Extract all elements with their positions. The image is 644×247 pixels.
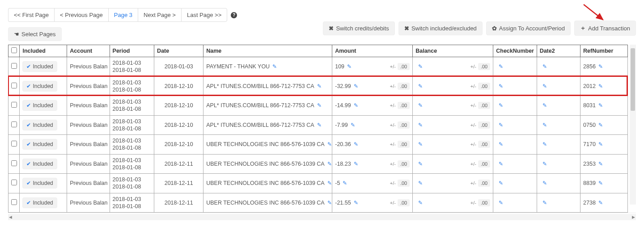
included-button[interactable]: ✔Included <box>22 61 57 72</box>
decimal-button[interactable]: .00 <box>398 121 410 129</box>
row-checkbox[interactable] <box>11 199 17 205</box>
period-cell[interactable]: 2018-01-032018-01-08 <box>110 154 154 174</box>
account-cell[interactable]: Previous Balan <box>67 57 110 77</box>
edit-icon[interactable]: ✎ <box>317 122 322 128</box>
row-checkbox[interactable] <box>11 180 17 185</box>
decimal-button[interactable]: .00 <box>478 83 490 90</box>
balance-header[interactable]: Balance <box>413 45 493 57</box>
scroll-right-icon[interactable]: ▶ <box>632 215 635 219</box>
balance-cell[interactable]: ✎+/-.00 <box>413 154 493 174</box>
account-cell[interactable]: Previous Balan <box>67 115 110 135</box>
edit-icon[interactable]: ✎ <box>499 83 503 89</box>
name-cell[interactable]: UBER TECHNOLOGIES INC 866-576-1039 CA✎ <box>203 174 332 193</box>
plus-minus-toggle[interactable]: +/- <box>390 142 396 147</box>
plus-minus-toggle[interactable]: +/- <box>390 64 396 69</box>
amount-header[interactable]: Amount <box>332 45 413 57</box>
date2-cell[interactable]: ✎ <box>537 76 580 96</box>
plus-minus-toggle[interactable]: +/- <box>470 161 476 167</box>
row-checkbox[interactable] <box>11 102 17 108</box>
date-cell[interactable]: 2018-12-10 <box>154 96 203 116</box>
date2-header[interactable]: Date2 <box>537 45 580 57</box>
decimal-button[interactable]: .00 <box>478 199 490 206</box>
plus-minus-toggle[interactable]: +/- <box>390 200 396 205</box>
switch-included-button[interactable]: ✖ Switch included/excluded <box>398 21 483 35</box>
edit-icon[interactable]: ✎ <box>499 102 503 109</box>
edit-icon[interactable]: ✎ <box>418 180 423 186</box>
refnumber-cell[interactable]: 2738✎ <box>580 193 628 213</box>
name-cell[interactable]: APL* ITUNES.COM/BILL 866-712-7753 CA✎ <box>203 96 332 116</box>
amount-cell[interactable]: -20.36✎+/-.00 <box>332 135 413 155</box>
period-header[interactable]: Period <box>110 45 154 57</box>
checknumber-cell[interactable]: ✎ <box>493 174 537 193</box>
edit-icon[interactable]: ✎ <box>351 122 355 128</box>
decimal-button[interactable]: .00 <box>478 63 490 70</box>
refnumber-cell[interactable]: 2012✎ <box>580 76 628 96</box>
row-select-cell[interactable] <box>8 193 20 213</box>
edit-icon[interactable]: ✎ <box>598 83 603 89</box>
date-cell[interactable]: 2018-12-10 <box>154 115 203 135</box>
account-cell[interactable]: Previous Balan <box>67 193 110 213</box>
row-checkbox[interactable] <box>11 63 17 69</box>
checknumber-header[interactable]: CheckNumber <box>493 45 537 57</box>
included-button[interactable]: ✔Included <box>22 178 57 188</box>
row-select-cell[interactable] <box>8 76 20 96</box>
edit-icon[interactable]: ✎ <box>327 161 332 167</box>
edit-icon[interactable]: ✎ <box>327 141 332 147</box>
edit-icon[interactable]: ✎ <box>418 141 423 147</box>
row-checkbox[interactable] <box>11 121 17 127</box>
included-button[interactable]: ✔Included <box>22 100 57 111</box>
name-cell[interactable]: UBER TECHNOLOGIES INC 866-576-1039 CA✎ <box>203 193 332 213</box>
refnumber-cell[interactable]: 7170✎ <box>580 135 628 155</box>
edit-icon[interactable]: ✎ <box>499 180 503 186</box>
edit-icon[interactable]: ✎ <box>542 141 547 147</box>
date2-cell[interactable]: ✎ <box>537 154 580 174</box>
amount-cell[interactable]: 109✎+/-.00 <box>332 57 413 77</box>
edit-icon[interactable]: ✎ <box>418 102 423 109</box>
balance-cell[interactable]: ✎+/-.00 <box>413 76 493 96</box>
decimal-button[interactable]: .00 <box>398 160 410 167</box>
edit-icon[interactable]: ✎ <box>542 200 547 206</box>
account-cell[interactable]: Previous Balan <box>67 96 110 116</box>
edit-icon[interactable]: ✎ <box>499 141 503 147</box>
edit-icon[interactable]: ✎ <box>272 63 277 70</box>
scroll-left-icon[interactable]: ◀ <box>9 215 12 219</box>
refnumber-cell[interactable]: 0750✎ <box>580 115 628 135</box>
select-all-checkbox[interactable] <box>11 47 17 53</box>
assign-account-button[interactable]: ✿ Assign To Account/Period <box>486 21 571 35</box>
date-cell[interactable]: 2018-12-11 <box>154 174 203 193</box>
decimal-button[interactable]: .00 <box>478 102 490 109</box>
period-cell[interactable]: 2018-01-032018-01-08 <box>110 57 154 77</box>
balance-cell[interactable]: ✎+/-.00 <box>413 115 493 135</box>
balance-cell[interactable]: ✎+/-.00 <box>413 135 493 155</box>
plus-minus-toggle[interactable]: +/- <box>390 122 396 128</box>
date-cell[interactable]: 2018-12-11 <box>154 154 203 174</box>
edit-icon[interactable]: ✎ <box>542 63 547 70</box>
included-button[interactable]: ✔Included <box>22 197 57 208</box>
date2-cell[interactable]: ✎ <box>537 174 580 193</box>
decimal-button[interactable]: .00 <box>398 199 410 206</box>
period-cell[interactable]: 2018-01-032018-01-08 <box>110 76 154 96</box>
row-checkbox[interactable] <box>11 83 17 88</box>
date-header[interactable]: Date <box>154 45 203 57</box>
edit-icon[interactable]: ✎ <box>418 161 423 167</box>
edit-icon[interactable]: ✎ <box>343 180 347 186</box>
next-page-button[interactable]: Next Page > <box>138 8 181 22</box>
edit-icon[interactable]: ✎ <box>354 102 358 109</box>
edit-icon[interactable]: ✎ <box>354 83 358 89</box>
add-transaction-button[interactable]: ＋ Add Transaction <box>574 21 636 36</box>
edit-icon[interactable]: ✎ <box>542 180 547 186</box>
edit-icon[interactable]: ✎ <box>499 122 503 128</box>
current-page-button[interactable]: Page 3 <box>108 8 138 22</box>
plus-minus-toggle[interactable]: +/- <box>390 103 396 108</box>
refnumber-cell[interactable]: 2856✎ <box>580 57 628 77</box>
plus-minus-toggle[interactable]: +/- <box>470 84 476 89</box>
plus-minus-toggle[interactable]: +/- <box>470 180 476 186</box>
decimal-button[interactable]: .00 <box>398 83 410 90</box>
refnumber-cell[interactable]: 2353✎ <box>580 154 628 174</box>
checknumber-cell[interactable]: ✎ <box>493 193 537 213</box>
edit-icon[interactable]: ✎ <box>542 83 547 89</box>
date2-cell[interactable]: ✎ <box>537 193 580 213</box>
prev-page-button[interactable]: < Previous Page <box>54 8 108 22</box>
edit-icon[interactable]: ✎ <box>317 83 322 89</box>
edit-icon[interactable]: ✎ <box>327 200 332 206</box>
